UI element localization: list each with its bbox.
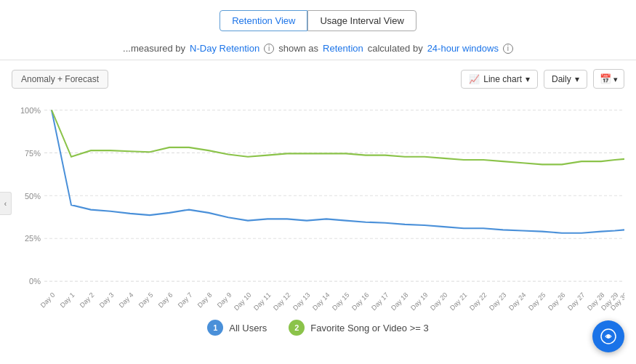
period-label: Daily	[552, 74, 571, 84]
svg-text:Day 18: Day 18	[390, 291, 409, 312]
svg-text:0%: 0%	[29, 277, 41, 286]
metric-link[interactable]: N-Day Retention	[190, 43, 259, 54]
scroll-left-arrow[interactable]: ‹	[0, 192, 12, 215]
svg-text:Day 13: Day 13	[291, 291, 311, 312]
toolbar: Anomaly + Forecast 📈 Line chart ▾ Daily …	[0, 63, 636, 94]
svg-text:Day 20: Day 20	[429, 291, 448, 312]
anomaly-forecast-button[interactable]: Anomaly + Forecast	[12, 70, 108, 89]
chart-type-label: Line chart	[483, 74, 522, 84]
svg-text:Day 5: Day 5	[137, 291, 154, 310]
svg-text:Day 16: Day 16	[350, 291, 370, 312]
chart-type-chevron: ▾	[526, 74, 530, 84]
measured-prefix: ...measured by	[123, 43, 185, 54]
svg-text:Day 3: Day 3	[98, 291, 115, 310]
svg-text:Day 19: Day 19	[409, 291, 429, 312]
legend-num-1: 1	[213, 323, 217, 332]
shown-as-label: shown as	[278, 43, 318, 54]
svg-text:Day 12: Day 12	[272, 291, 291, 312]
period-chevron: ▾	[575, 74, 579, 84]
fab-button[interactable]	[592, 320, 624, 352]
chart-container: ‹ 100% 75% 50% 25% 0% Day 0 Day 1 Day 2 …	[0, 94, 636, 312]
svg-text:Day 23: Day 23	[488, 291, 507, 312]
svg-text:Day 24: Day 24	[507, 291, 527, 312]
svg-text:50%: 50%	[25, 191, 41, 200]
svg-text:Day 9: Day 9	[216, 291, 233, 310]
svg-text:Day 7: Day 7	[177, 291, 193, 310]
svg-text:Day 11: Day 11	[252, 291, 272, 312]
chart-type-select[interactable]: 📈 Line chart ▾	[461, 70, 538, 89]
svg-text:Day 2: Day 2	[79, 291, 95, 310]
svg-text:Day 8: Day 8	[196, 291, 213, 310]
svg-text:Day 26: Day 26	[547, 291, 566, 312]
svg-text:Day 0: Day 0	[39, 291, 56, 310]
svg-text:Day 27: Day 27	[566, 291, 586, 312]
legend-num-2: 2	[294, 323, 299, 332]
legend-item-2: 2 Favorite Song or Video >= 3	[289, 320, 428, 336]
fab-icon	[600, 328, 616, 344]
tab-retention-view[interactable]: Retention View	[220, 10, 307, 31]
svg-text:25%: 25%	[25, 234, 41, 243]
svg-point-42	[607, 335, 611, 339]
calendar-icon: 📅	[600, 73, 611, 84]
retention-chart: 100% 75% 50% 25% 0% Day 0 Day 1 Day 2 Da…	[12, 94, 624, 312]
svg-text:Day 21: Day 21	[448, 291, 468, 312]
svg-text:100%: 100%	[20, 105, 41, 114]
calendar-chevron: ▾	[613, 75, 618, 84]
svg-text:Day 4: Day 4	[118, 291, 134, 310]
measured-row: ...measured by N-Day Retention i shown a…	[0, 39, 636, 60]
svg-text:Day 6: Day 6	[157, 291, 174, 310]
chart-legend: 1 All Users 2 Favorite Song or Video >= …	[0, 312, 636, 343]
svg-text:Day 15: Day 15	[331, 291, 350, 312]
calc-info-icon[interactable]: i	[503, 44, 513, 54]
line-chart-icon: 📈	[469, 74, 480, 84]
calendar-button[interactable]: 📅 ▾	[593, 69, 624, 89]
svg-text:75%: 75%	[25, 148, 41, 157]
svg-text:Day 25: Day 25	[527, 291, 547, 312]
legend-label-2: Favorite Song or Video >= 3	[310, 323, 428, 333]
shown-as-link[interactable]: Retention	[323, 43, 363, 54]
period-select[interactable]: Daily ▾	[544, 70, 587, 89]
metric-info-icon[interactable]: i	[264, 44, 274, 54]
legend-item-1: 1 All Users	[207, 320, 267, 336]
svg-text:Day 22: Day 22	[468, 291, 488, 312]
tab-bar: Retention View Usage Interval View	[0, 0, 636, 39]
legend-circle-1: 1	[207, 320, 223, 336]
svg-text:Day 14: Day 14	[311, 291, 331, 312]
legend-label-1: All Users	[229, 323, 267, 333]
svg-text:Day 10: Day 10	[233, 291, 252, 312]
calculated-by-label: calculated by	[368, 43, 423, 54]
svg-text:Day 1: Day 1	[59, 291, 76, 310]
legend-circle-2: 2	[289, 320, 305, 336]
tab-usage-interval-view[interactable]: Usage Interval View	[307, 10, 416, 31]
svg-text:Day 17: Day 17	[370, 291, 390, 312]
divider	[0, 60, 636, 60]
calculated-by-link[interactable]: 24-hour windows	[427, 43, 499, 54]
